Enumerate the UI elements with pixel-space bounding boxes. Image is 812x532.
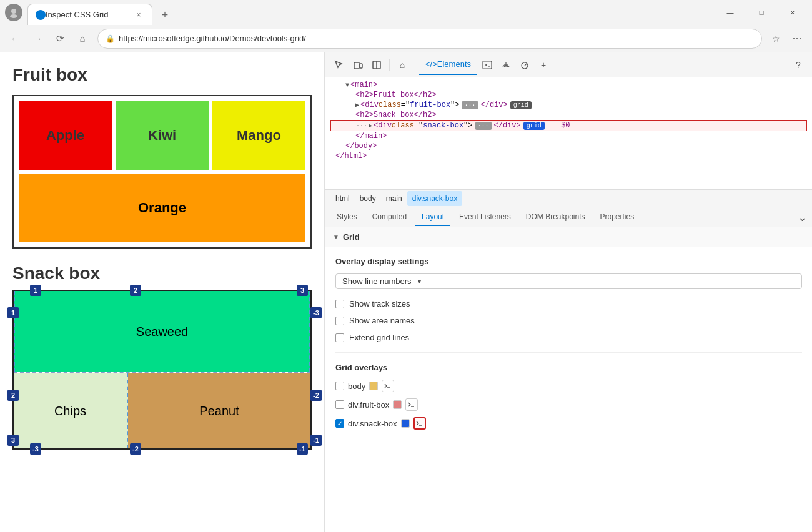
overlay-fruit-box-checkbox[interactable]	[335, 400, 344, 409]
grid-num-top-2: 2	[130, 285, 141, 296]
fruit-grid: Apple Kiwi Mango	[19, 101, 305, 170]
console-tab[interactable]	[478, 56, 496, 74]
devtools-toolbar: ⌂ </> Elements + ··· ? ×	[325, 52, 812, 77]
overlay-fruit-box-label: div.fruit-box	[348, 400, 389, 410]
forward-button[interactable]: →	[27, 29, 47, 49]
snack-row1: Seaweed	[14, 291, 310, 373]
show-track-sizes-label: Show track sizes	[349, 299, 410, 308]
tab-layout[interactable]: Layout	[415, 209, 450, 226]
toolbar-separator-2	[415, 59, 415, 71]
device-mode-button[interactable]	[349, 56, 367, 74]
toggle-panel-button[interactable]	[368, 56, 385, 74]
dom-badge-grid-fruit[interactable]: grid	[510, 101, 532, 109]
back-button[interactable]: ←	[5, 29, 25, 49]
dom-line-highlighted-wrapper: ··· ▶ <div class="snack-box"> ··· </div>…	[330, 120, 807, 131]
grid-section-header[interactable]: ▼ Grid	[325, 227, 812, 247]
svg-line-13	[525, 64, 527, 66]
close-button[interactable]: ×	[778, 2, 807, 22]
title-bar: Inspect CSS Grid × + — □ ×	[0, 0, 812, 25]
dom-triangle-fruit[interactable]: ▶	[355, 101, 359, 109]
overlay-fruit-box-color[interactable]	[393, 400, 402, 409]
snack-box-container: 1 2 3 1 2 3 -3 -2 -1 -3 -2 -1 S	[12, 290, 312, 450]
overlay-display-settings-title: Overlay display settings	[335, 257, 802, 266]
dom-tree: ▼ <main> <h2>Fruit box</h2> ▶ <div class…	[325, 77, 812, 190]
tab-close-button[interactable]: ×	[133, 9, 144, 21]
dom-ellipsis: ···	[356, 122, 367, 129]
grid-num-bottom-neg1: -1	[297, 443, 308, 455]
line-numbers-dropdown[interactable]: Show line numbers ▼	[335, 273, 802, 289]
layout-panel: ▼ Grid Overlay display settings Show lin…	[325, 227, 812, 532]
dom-line-h2-snack: <h2>Snack box</h2>	[330, 110, 807, 120]
tab-title: Inspect CSS Grid	[46, 10, 128, 19]
svg-rect-3	[354, 62, 359, 69]
tab-styles[interactable]: Styles	[330, 209, 364, 226]
section-divider	[335, 352, 802, 353]
dom-tag-h2-snack: <h2>Snack box</h2>	[355, 111, 437, 119]
overlay-body-color[interactable]	[369, 382, 378, 390]
overlay-fruit-box-icon[interactable]	[405, 398, 418, 411]
active-tab[interactable]: Inspect CSS Grid ×	[27, 4, 152, 25]
inspect-element-button[interactable]	[330, 56, 348, 74]
tab-dom-breakpoints[interactable]: DOM Breakpoints	[520, 209, 592, 226]
breadcrumb-html[interactable]: html	[330, 191, 355, 206]
overlay-body-checkbox[interactable]	[335, 382, 344, 390]
fruit-apple: Apple	[19, 101, 112, 170]
maximize-button[interactable]: □	[747, 2, 776, 22]
dom-badge-grid-snack[interactable]: grid	[523, 122, 545, 130]
snack-chips: Chips	[14, 373, 128, 448]
extend-grid-lines-label: Extend grid lines	[349, 333, 409, 342]
more-button[interactable]: ···	[787, 29, 807, 49]
overlay-snack-box-icon[interactable]	[413, 417, 426, 430]
page-content: Fruit box Apple Kiwi Mango Orange Snack …	[0, 52, 325, 532]
overlay-fruit-box-row: div.fruit-box	[335, 398, 802, 411]
reload-button[interactable]: ⟳	[50, 29, 70, 49]
new-tab-button[interactable]: +	[155, 5, 175, 25]
minimize-button[interactable]: —	[716, 2, 745, 22]
grid-num-left-2: 2	[7, 390, 19, 401]
dom-dots-snack: ···	[475, 122, 492, 130]
breadcrumb-body[interactable]: body	[355, 191, 381, 206]
devtools-overflow-button[interactable]: ···	[790, 52, 807, 56]
grid-overlays-title: Grid overlays	[335, 363, 802, 372]
favorites-button[interactable]: ☆	[767, 30, 785, 47]
tab-properties[interactable]: Properties	[594, 209, 641, 226]
grid-section-toggle: ▼	[333, 234, 339, 240]
home-button[interactable]: ⌂	[72, 29, 92, 49]
dom-line-div-snack[interactable]: ··· ▶ <div class="snack-box"> ··· </div>…	[331, 121, 806, 131]
dom-line-html-close: </html>	[330, 151, 807, 161]
overlay-snack-box-checkbox[interactable]: ✓	[335, 419, 344, 428]
breadcrumb-div-snack-box[interactable]: div.snack-box	[407, 191, 462, 206]
snack-seaweed: Seaweed	[14, 291, 310, 372]
more-tools-button[interactable]: +	[535, 56, 552, 74]
devtools-help-button[interactable]: ?	[790, 56, 807, 74]
devtools-breadcrumb: html body main div.snack-box	[325, 190, 812, 207]
overlay-body-icon[interactable]	[382, 380, 394, 392]
show-area-names-checkbox[interactable]	[335, 317, 344, 325]
overlay-snack-box-color[interactable]	[401, 419, 410, 428]
overlay-snack-box-row: ✓ div.snack-box	[335, 417, 802, 430]
grid-num-left-3: 3	[7, 435, 19, 446]
dom-triangle-snack[interactable]: ▶	[369, 122, 372, 129]
show-track-sizes-row: Show track sizes	[335, 299, 802, 308]
network-tab[interactable]	[497, 56, 515, 74]
dom-dots-fruit: ···	[462, 101, 478, 109]
dom-line-main-open: ▼ <main>	[330, 80, 807, 90]
address-text: https://microsoftedge.github.io/Demos/de…	[119, 34, 754, 43]
dom-line-body-close: </body>	[330, 141, 807, 151]
show-track-sizes-checkbox[interactable]	[335, 300, 344, 308]
tab-computed[interactable]: Computed	[366, 209, 413, 226]
tab-event-listeners[interactable]: Event Listeners	[453, 209, 517, 226]
dom-triangle-main[interactable]: ▼	[345, 82, 349, 89]
profile-icon[interactable]	[5, 4, 22, 21]
home-devtools-button[interactable]: ⌂	[394, 56, 411, 74]
address-bar[interactable]: 🔒 https://microsoftedge.github.io/Demos/…	[97, 29, 762, 49]
svg-point-2	[37, 12, 44, 18]
extend-grid-lines-checkbox[interactable]	[335, 333, 344, 342]
panel-tabs-more[interactable]: ⌄	[798, 210, 807, 224]
grid-section-content: Overlay display settings Show line numbe…	[325, 247, 812, 446]
performance-tab[interactable]	[516, 56, 533, 74]
dom-line-div-fruit: ▶ <div class="fruit-box"> ··· </div> gri…	[330, 100, 807, 110]
elements-tab[interactable]: </> Elements	[419, 55, 477, 75]
svg-line-9	[485, 65, 487, 66]
breadcrumb-main[interactable]: main	[381, 191, 407, 206]
